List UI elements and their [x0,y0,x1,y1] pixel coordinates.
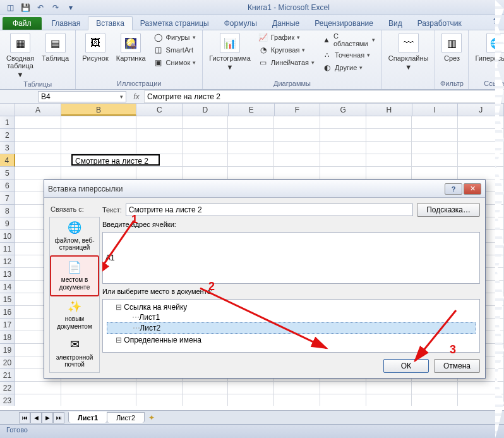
link-to-file[interactable]: 🌐файлом, веб-страницей [50,217,99,255]
cell[interactable] [274,167,320,179]
cell[interactable] [228,129,274,142]
cell[interactable] [136,167,183,179]
sparklines-button[interactable]: 〰Спарклайны▼ [386,32,431,72]
tree-root-names[interactable]: Определенные имена [107,335,476,345]
cell[interactable] [136,116,183,129]
cell[interactable] [366,129,412,142]
row-header[interactable]: 20 [0,356,15,369]
cell[interactable] [320,142,366,154]
clipart-button[interactable]: 🎑Картинка [114,32,148,63]
table-button[interactable]: ▤Таблица [39,32,71,63]
row-header[interactable]: 6 [0,179,15,192]
cell[interactable] [15,394,61,406]
sheet-nav-prev-icon[interactable]: ◀ [30,412,42,423]
sheet-nav-next-icon[interactable]: ▶ [42,412,53,423]
cell[interactable] [274,394,320,406]
cell[interactable] [366,154,412,167]
cell[interactable] [412,382,458,394]
cell[interactable] [274,154,320,167]
dialog-help-icon[interactable]: ? [445,183,462,195]
cell[interactable] [15,116,61,129]
select-all-corner[interactable] [0,104,15,116]
screenshot-button[interactable]: ▣Снимок ▾ [151,57,199,68]
slicer-button[interactable]: ▥Срез [439,32,464,63]
cell[interactable] [15,129,61,142]
cell-address-input[interactable] [102,232,480,284]
column-chart-button[interactable]: 📊Гистограмма▼ [207,32,253,72]
screentip-button[interactable]: Подсказка… [417,203,480,217]
sheet-nav-first-icon[interactable]: ⏮ [19,412,30,423]
cell[interactable] [61,142,136,154]
cell[interactable] [183,382,229,394]
cell[interactable] [320,154,366,167]
cell[interactable] [412,167,458,179]
cell[interactable] [183,142,229,154]
cell[interactable] [183,167,229,179]
scatter-chart-button[interactable]: ∴Точечная ▾ [320,49,378,61]
cell[interactable] [183,154,229,167]
tree-leaf-sheet2[interactable]: Лист2 [107,322,476,334]
pie-chart-button[interactable]: ◔Круговая ▾ [256,44,317,56]
sheet-tab[interactable]: Лист1 [68,411,107,423]
smartart-button[interactable]: ◫SmartArt [151,44,199,56]
cell[interactable] [228,142,274,154]
active-cell[interactable]: Смотрите на листе 2 [71,154,160,166]
cell[interactable] [228,382,274,394]
cell[interactable] [61,167,136,179]
cell[interactable] [61,116,136,129]
col-header[interactable]: C [136,104,183,116]
col-header[interactable]: H [366,104,412,116]
cell[interactable] [320,382,366,394]
ok-button[interactable]: ОК [383,359,429,373]
tab-page-layout[interactable]: Разметка страницы [133,17,217,30]
row-header[interactable]: 4 [0,154,15,167]
cell[interactable] [136,394,183,406]
row-header[interactable]: 1 [0,116,15,129]
redo-icon[interactable]: ↷ [49,2,62,13]
cell[interactable] [320,129,366,142]
tab-view[interactable]: Вид [381,17,410,30]
row-header[interactable]: 19 [0,344,15,356]
link-to-email[interactable]: ✉электронной почтой [50,334,99,372]
tab-data[interactable]: Данные [265,17,307,30]
tree-leaf-sheet1[interactable]: Лист1 [107,312,476,322]
qat-customize-icon[interactable]: ▾ [64,2,77,13]
col-header[interactable]: E [229,104,275,116]
row-header[interactable]: 13 [0,268,15,281]
sheet-tab[interactable]: Лист2 [107,412,145,423]
cell[interactable] [15,382,61,394]
cancel-button[interactable]: Отмена [434,359,480,373]
col-header[interactable]: B [61,104,137,116]
other-charts-button[interactable]: ◐Другие ▾ [320,62,378,73]
cell[interactable] [136,382,183,394]
fx-button[interactable]: fx [129,92,144,101]
cell[interactable] [15,154,61,167]
cell[interactable] [412,394,458,406]
pivot-table-button[interactable]: ▦Сводная таблица▼ [4,32,37,80]
row-header[interactable]: 18 [0,331,15,344]
row-header[interactable]: 21 [0,369,15,382]
cell[interactable] [61,394,136,406]
cell[interactable] [228,394,274,406]
new-sheet-icon[interactable]: ✦ [144,413,159,422]
row-header[interactable]: 15 [0,293,15,306]
shapes-button[interactable]: ◯Фигуры ▾ [151,32,199,43]
cell[interactable] [412,129,458,142]
cell[interactable] [136,142,183,154]
cell[interactable] [274,129,320,142]
tab-developer[interactable]: Разработчик [410,17,469,30]
row-header[interactable]: 8 [0,205,15,217]
cell[interactable] [183,116,229,129]
cell[interactable] [320,167,366,179]
col-header[interactable]: F [275,104,321,116]
cell[interactable] [15,167,61,179]
row-header[interactable]: 22 [0,382,15,394]
cell[interactable] [183,394,229,406]
link-to-place[interactable]: 📄местом в документе [50,255,99,296]
cell[interactable] [412,154,458,167]
cell[interactable] [320,116,366,129]
line-chart-button[interactable]: 📈График ▾ [256,32,317,43]
excel-icon[interactable]: ◫ [4,2,16,13]
row-header[interactable]: 14 [0,281,15,293]
cell[interactable] [366,167,412,179]
